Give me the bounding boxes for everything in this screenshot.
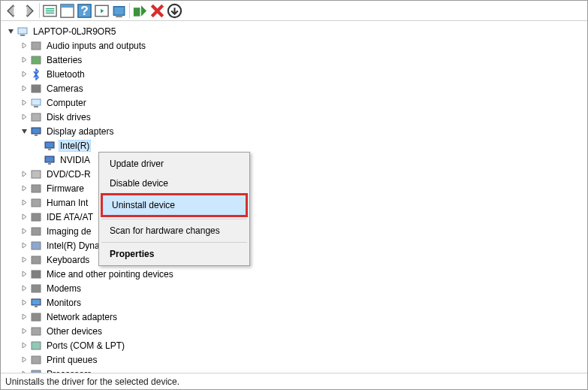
svg-rect-36 (32, 299, 41, 305)
chevron-right-icon[interactable] (19, 41, 29, 51)
chevron-right-icon[interactable] (19, 226, 29, 237)
toolbar-separator (129, 3, 130, 18)
back-button[interactable] (3, 2, 20, 19)
ide-icon (30, 211, 42, 223)
tree-row-cpu[interactable]: Processors (2, 367, 587, 373)
menu-item-disable-device[interactable]: Disable device (101, 174, 248, 193)
tree-label: Keyboards (45, 254, 91, 266)
chevron-right-icon[interactable] (19, 269, 29, 280)
chevron-right-icon[interactable] (19, 112, 29, 122)
uninstall-button[interactable] (149, 2, 166, 19)
tree-row-ide[interactable]: IDE ATA/AT (2, 210, 587, 224)
tree-row-intel-r-[interactable]: Intel(R) (2, 138, 587, 153)
expander-spacer (32, 155, 43, 165)
device-tree[interactable]: LAPTOP-0LJR9OR5Audio inputs and outputsB… (1, 21, 587, 373)
tree-row-battery[interactable]: Batteries (2, 53, 587, 67)
tree-row-nvidia[interactable]: NVIDIA (2, 153, 587, 167)
svg-rect-39 (32, 328, 41, 335)
display-icon (44, 140, 56, 152)
svg-rect-20 (32, 113, 41, 121)
computer-icon (30, 97, 42, 109)
printer-icon (30, 354, 42, 366)
tree-row-disk[interactable]: Disk drives (2, 110, 587, 124)
chevron-right-icon[interactable] (19, 369, 29, 373)
svg-rect-9 (113, 6, 124, 15)
root-icon (17, 26, 29, 38)
other-icon (30, 325, 42, 337)
tree-row-firmware[interactable]: Firmware (2, 181, 587, 195)
chevron-right-icon[interactable] (19, 340, 29, 351)
bluetooth-icon (30, 68, 42, 80)
enable-button[interactable] (131, 2, 149, 19)
tree-row-printer[interactable]: Print queues (2, 352, 587, 367)
dvd-icon (30, 168, 42, 180)
tree-label: Human Int (45, 197, 89, 209)
tree-label: Ports (COM & LPT) (45, 340, 126, 352)
tree-row-hid[interactable]: Human Int (2, 195, 587, 210)
help-button[interactable]: ? (76, 2, 93, 19)
chevron-right-icon[interactable] (19, 183, 29, 194)
svg-rect-32 (32, 242, 41, 249)
tree-row-dvd[interactable]: DVD/CD-R (2, 167, 587, 181)
chevron-right-icon[interactable] (19, 169, 29, 180)
tree-label: NVIDIA (59, 154, 92, 166)
tree-row-camera[interactable]: Cameras (2, 81, 587, 95)
scan-button[interactable] (93, 2, 110, 19)
tree-row-keyboard[interactable]: Keyboards (2, 252, 587, 267)
tree-row-modem[interactable]: Modems (2, 281, 587, 295)
svg-rect-30 (32, 213, 41, 221)
chevron-right-icon[interactable] (19, 312, 29, 322)
tree-row-monitor[interactable]: Monitors (2, 295, 587, 310)
menu-item-properties[interactable]: Properties (101, 244, 248, 264)
chevron-right-icon[interactable] (19, 240, 29, 251)
chevron-right-icon[interactable] (19, 69, 29, 80)
tree-label: Mice and other pointing devices (45, 268, 175, 280)
menu-separator (101, 219, 247, 219)
tree-row-root[interactable]: LAPTOP-0LJR9OR5 (2, 24, 587, 38)
add-legacy-button[interactable] (166, 2, 183, 19)
tree-row-imaging[interactable]: Imaging de (2, 224, 587, 238)
properties-button[interactable] (59, 2, 76, 19)
svg-rect-17 (32, 85, 41, 92)
tree-label: Other devices (45, 325, 104, 337)
menu-item-scan-for-hardware-changes[interactable]: Scan for hardware changes (101, 221, 248, 240)
tree-row-mouse[interactable]: Mice and other pointing devices (2, 267, 587, 281)
chevron-right-icon[interactable] (19, 355, 29, 365)
tree-row-chip[interactable]: Intel(R) Dynamic Platform and Thermal Fr… (2, 238, 587, 252)
chevron-right-icon[interactable] (19, 298, 29, 308)
chevron-right-icon[interactable] (19, 55, 29, 65)
update-button[interactable] (110, 2, 128, 19)
chevron-right-icon[interactable] (19, 83, 29, 94)
svg-rect-33 (32, 256, 41, 264)
tree-label: Monitors (45, 297, 83, 309)
chevron-right-icon[interactable] (19, 255, 29, 265)
chevron-down-icon[interactable] (19, 126, 29, 137)
chevron-right-icon[interactable] (19, 212, 29, 222)
tree-row-audio[interactable]: Audio inputs and outputs (2, 38, 587, 53)
tree-label: Modems (45, 283, 83, 295)
cpu-icon (30, 368, 42, 373)
tree-row-computer[interactable]: Computer (2, 95, 587, 110)
tree-label: Cameras (45, 83, 85, 95)
svg-rect-11 (134, 8, 140, 17)
chevron-down-icon[interactable] (5, 26, 16, 37)
tree-row-other[interactable]: Other devices (2, 324, 587, 338)
svg-rect-31 (32, 228, 41, 235)
chevron-right-icon[interactable] (19, 98, 29, 108)
chevron-right-icon[interactable] (19, 198, 29, 208)
tree-row-bluetooth[interactable]: Bluetooth (2, 67, 587, 81)
chevron-right-icon[interactable] (19, 326, 29, 337)
menu-item-update-driver[interactable]: Update driver (101, 154, 248, 174)
chevron-right-icon[interactable] (19, 283, 29, 294)
menu-item-uninstall-device[interactable]: Uninstall device (101, 193, 248, 217)
monitor-icon (30, 297, 42, 309)
svg-rect-5 (61, 4, 74, 7)
tree-row-network[interactable]: Network adapters (2, 310, 587, 324)
tree-label: Network adapters (45, 311, 119, 323)
keyboard-icon (30, 254, 42, 266)
show-hidden-button[interactable] (41, 2, 59, 19)
tree-row-port[interactable]: Ports (COM & LPT) (2, 338, 587, 352)
svg-rect-24 (48, 149, 51, 150)
forward-button[interactable] (20, 2, 38, 19)
tree-row-display[interactable]: Display adapters (2, 124, 587, 138)
